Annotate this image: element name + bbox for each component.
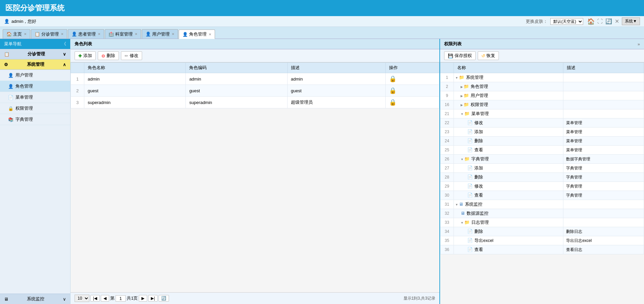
tab-department[interactable]: 🏥 科室管理 ✕ [105,29,141,39]
user-tab-close[interactable]: ✕ [172,32,174,36]
list-item[interactable]: 27 📄 添加 字典管理 [440,164,644,173]
triage-tab-icon: 📋 [35,32,40,37]
sidebar: 菜单导航 《 📋 分诊管理 ∨ ⚙ 系统管理 ∧ 👤 用户管理 👤 [0,39,71,304]
list-item[interactable]: 25 📄 查看 菜单管理 [440,146,644,155]
expand-icon[interactable]: ⛶ [597,18,603,24]
refresh-page-btn[interactable]: 🔄 [159,295,169,302]
list-item[interactable]: 36 📄 查看 查看日志 [440,245,644,254]
sidebar-system-header[interactable]: ⚙ 系统管理 ∧ [0,59,70,70]
page-size-select[interactable]: 10 20 50 [75,295,89,302]
perm-name-text: 角色管理 [471,84,488,89]
sidebar-system-monitor[interactable]: 🖥 系统监控 ∨ [0,294,70,304]
restore-button[interactable]: ↺ 恢复 [478,51,499,60]
perm-name-text: 删除 [474,174,483,180]
edit-role-button[interactable]: ✏ 修改 [121,51,142,60]
patient-tab-icon: 👤 [72,32,77,37]
role-tab-close[interactable]: ✕ [209,33,211,36]
last-page-btn[interactable]: ▶| [148,295,158,302]
lock-icon[interactable]: 🔒 [389,87,396,94]
list-item[interactable]: 33 ▼📁 日志管理 [440,218,644,227]
add-role-button[interactable]: ✚ 添加 [75,51,96,60]
list-item[interactable]: 30 📄 查看 字典管理 [440,191,644,200]
home-icon[interactable]: 🏠 [587,18,595,25]
tree-arrow-down[interactable]: ▼ [461,221,464,224]
first-page-btn[interactable]: |◀ [90,295,100,302]
tree-arrow[interactable]: ▶ [461,94,463,98]
file-icon: 📄 [467,193,473,198]
page-input[interactable] [116,295,126,302]
list-item[interactable]: 2 ▶📁 角色管理 [440,82,644,91]
sidebar-item-menu-mgmt[interactable]: 📄 菜单管理 [0,92,70,103]
sidebar-item-role-mgmt[interactable]: 👤 角色管理 [0,81,70,92]
list-item[interactable]: 16 ▶📁 权限管理 [440,100,644,109]
list-item[interactable]: 23 📄 添加 菜单管理 [440,128,644,137]
home-tab-close[interactable]: ✕ [24,32,27,36]
tab-triage[interactable]: 📋 分诊管理 ✕ [31,29,67,39]
list-item[interactable]: 1 ▼📁 系统管理 [440,73,644,82]
list-item[interactable]: 29 📄 修改 字典管理 [440,182,644,191]
triage-tab-close[interactable]: ✕ [61,32,63,36]
sidebar-section-system: ⚙ 系统管理 ∧ 👤 用户管理 👤 角色管理 📄 菜单管理 🔒 权限管理 � [0,59,70,125]
tree-arrow-down[interactable]: ▼ [455,203,458,206]
sidebar-item-dict-mgmt[interactable]: 📚 字典管理 [0,114,70,125]
perm-name-text: 字典管理 [471,156,489,161]
list-item[interactable]: 9 ▶📁 用户管理 [440,91,644,100]
folder-icon: 📁 [464,102,469,107]
tree-arrow[interactable]: ▶ [461,85,463,89]
table-row[interactable]: 2 guest guest guest 🔒 [71,85,439,97]
perm-name-text: 删除 [474,229,483,234]
tree-arrow-down[interactable]: ▼ [461,158,464,161]
list-item[interactable]: 32 🖥 数据源监控 [440,209,644,218]
tab-home[interactable]: 🏠 主页 ✕ [3,29,30,39]
lock-icon[interactable]: 🔒 [389,99,396,106]
tab-role[interactable]: 👤 角色管理 ✕ [179,30,215,39]
sidebar-item-user-mgmt[interactable]: 👤 用户管理 [0,70,70,81]
add-icon: ✚ [78,53,82,58]
perm-name-cell: ▼📁 字典管理 [454,155,563,164]
list-item[interactable]: 21 ▼📁 菜单管理 [440,109,644,118]
table-row[interactable]: 3 superadmin superadmin 超级管理员 🔒 [71,97,439,108]
save-auth-button[interactable]: 💾 保存授权 [444,51,476,60]
perm-row-num: 32 [440,209,454,218]
perm-expand-icon[interactable]: » [638,42,640,47]
role-tab-label: 角色管理 [189,31,207,37]
list-item[interactable]: 34 📄 删除 删除日志 [440,227,644,236]
sidebar-menu-nav[interactable]: 菜单导航 《 [0,39,70,49]
page-text: 第 [110,295,115,301]
perm-desc-cell [563,209,644,218]
refresh-icon[interactable]: 🔄 [605,18,612,24]
role-name-cell: superadmin [84,97,186,108]
monitor-icon: 🖥 [461,211,465,216]
patient-tab-close[interactable]: ✕ [98,32,100,36]
dept-tab-close[interactable]: ✕ [135,32,137,36]
list-item[interactable]: 22 📄 修改 菜单管理 [440,118,644,128]
folder-icon: 📁 [464,93,469,98]
skin-select[interactable]: 默认(天空蓝) [550,18,583,25]
close-icon[interactable]: ✕ [615,18,619,24]
prev-page-btn[interactable]: ◀ [101,295,109,302]
tab-patient[interactable]: 👤 患者管理 ✕ [68,29,104,39]
list-item[interactable]: 26 ▼📁 字典管理 数据字典管理 [440,155,644,164]
list-item[interactable]: 24 📄 删除 菜单管理 [440,137,644,146]
list-item[interactable]: 35 📄 导出excel 导出日志excel [440,236,644,245]
perm-name-cell: ▶📁 权限管理 [454,100,563,109]
tree-arrow-down[interactable]: ▼ [455,76,458,80]
delete-role-button[interactable]: ⊖ 删除 [98,51,119,60]
tab-user[interactable]: 👤 用户管理 ✕ [142,29,178,39]
perm-header-actions: » [638,42,640,47]
system-button[interactable]: 系统▼ [622,17,640,25]
lock-icon[interactable]: 🔒 [389,75,396,82]
perm-desc-cell [563,82,644,91]
next-page-btn[interactable]: ▶ [139,295,147,302]
perm-name-cell: ▼🖥 系统监控 [454,200,563,209]
table-row[interactable]: 1 admin admin admin 🔒 [71,73,439,85]
dict-mgmt-label: 字典管理 [15,116,33,122]
tree-arrow-down[interactable]: ▼ [461,112,464,116]
tree-arrow[interactable]: ▶ [461,103,463,107]
sidebar-item-perm-mgmt[interactable]: 🔒 权限管理 [0,103,70,114]
list-item[interactable]: 31 ▼🖥 系统监控 [440,200,644,209]
perm-name-cell: ▶📁 用户管理 [454,91,563,100]
sidebar-triage-header[interactable]: 📋 分诊管理 ∨ [0,49,70,59]
list-item[interactable]: 28 📄 删除 字典管理 [440,173,644,182]
panels: 角色列表 ✚ 添加 ⊖ 删除 ✏ 修改 [71,39,644,304]
